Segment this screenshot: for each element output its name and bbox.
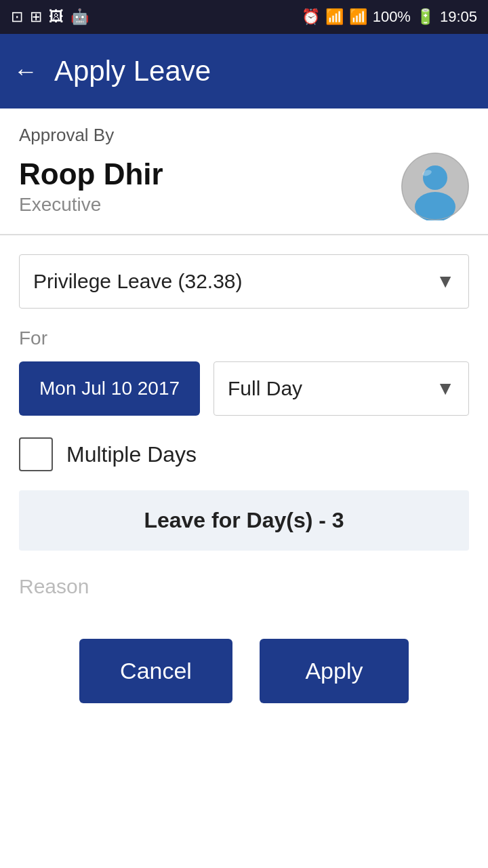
battery-percent: 100% [373,8,411,26]
chevron-down-icon: ▼ [436,271,455,292]
approver-row: Roop Dhir Executive [19,153,469,234]
status-bar: ⊡ ⊞ 🖼 🤖 ⏰ 📶 📶 100% 🔋 19:05 [0,0,488,34]
leave-type-display[interactable]: Privilege Leave (32.38) ▼ [20,255,468,308]
day-type-select[interactable]: Full Day ▼ [214,361,469,416]
notification-icon: ⊡ [11,8,23,26]
cancel-button[interactable]: Cancel [79,639,232,703]
reason-label: Reason [19,575,89,597]
battery-icon: 🔋 [416,8,434,26]
day-type-value: Full Day [228,377,302,400]
multiple-days-checkbox[interactable] [19,437,53,471]
buttons-row: Cancel Apply [0,598,488,730]
image-icon: 🖼 [49,8,64,26]
clock: 19:05 [440,8,477,26]
chevron-down-icon: ▼ [436,378,455,399]
avatar [401,153,469,220]
content-area: Approval By Roop Dhir Executive [0,108,488,730]
wifi-icon: 📶 [325,8,344,26]
leave-type-value: Privilege Leave (32.38) [33,270,243,293]
back-button[interactable]: ← [14,57,38,85]
date-button[interactable]: Mon Jul 10 2017 [19,361,200,416]
for-label: For [19,328,469,349]
status-bar-right: ⏰ 📶 📶 100% 🔋 19:05 [302,8,477,26]
multiple-days-row: Multiple Days [0,416,488,471]
for-section: For Mon Jul 10 2017 Full Day ▼ [0,309,488,416]
leave-days-text: Leave for Day(s) - 3 [144,508,344,532]
status-bar-left: ⊡ ⊞ 🖼 🤖 [11,8,89,26]
leave-type-select[interactable]: Privilege Leave (32.38) ▼ [19,254,469,309]
reason-section[interactable]: Reason [0,551,488,598]
approval-section: Approval By Roop Dhir Executive [0,108,488,235]
svg-point-1 [423,165,447,190]
approver-name: Roop Dhir [19,157,163,191]
multiple-days-label: Multiple Days [66,442,197,467]
svg-point-2 [415,192,455,220]
day-type-display[interactable]: Full Day ▼ [214,362,468,415]
leave-type-section: Privilege Leave (32.38) ▼ [0,235,488,309]
apply-button[interactable]: Apply [260,639,409,703]
android-icon: 🤖 [70,8,89,26]
signal-icon: 📶 [349,8,367,26]
approval-label: Approval By [19,125,469,146]
app-bar: ← Apply Leave [0,34,488,108]
approver-role: Executive [19,194,163,216]
leave-days-info: Leave for Day(s) - 3 [19,490,469,551]
for-row: Mon Jul 10 2017 Full Day ▼ [19,361,469,416]
approver-info: Roop Dhir Executive [19,157,163,216]
menu-icon: ⊞ [30,8,42,26]
alarm-icon: ⏰ [302,8,320,26]
page-title: Apply Leave [54,55,211,87]
